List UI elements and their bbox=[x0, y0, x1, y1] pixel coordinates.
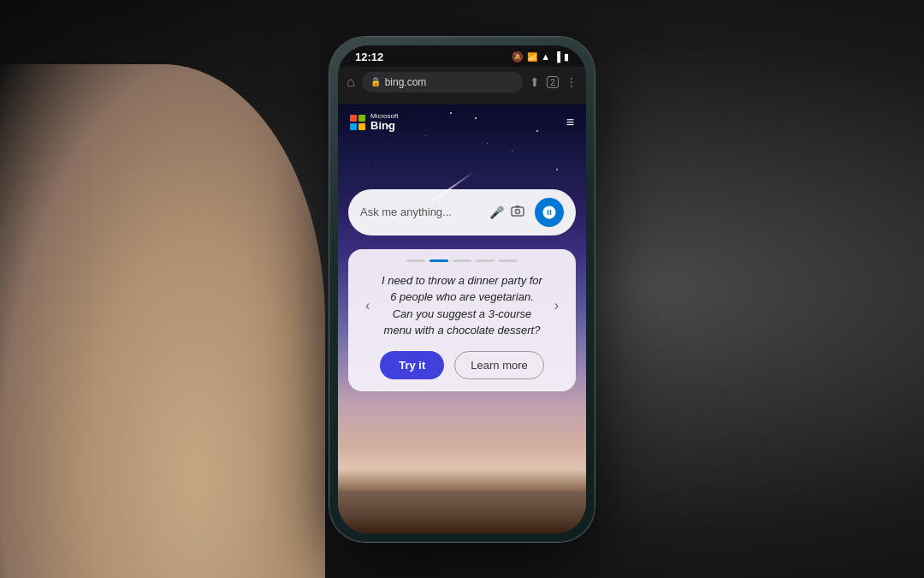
dot-4 bbox=[476, 259, 495, 262]
prev-arrow[interactable]: ‹ bbox=[362, 295, 373, 317]
card-navigation: ‹ I need to throw a dinner party for 6 p… bbox=[362, 272, 562, 339]
browser-top-bar: ⌂ 🔒 bing.com ⬆ 2 ⋮ bbox=[346, 72, 578, 92]
lock-icon: 🔒 bbox=[370, 77, 381, 86]
browser-actions: ⬆ 2 ⋮ bbox=[530, 75, 578, 89]
dot-1 bbox=[406, 259, 425, 262]
hand-background bbox=[0, 64, 325, 578]
camera-notch bbox=[453, 45, 471, 64]
card-buttons: Try it Learn more bbox=[362, 351, 562, 379]
hamburger-menu-icon[interactable]: ≡ bbox=[566, 115, 574, 130]
ms-red-square bbox=[350, 115, 357, 122]
bing-chat-button[interactable] bbox=[535, 198, 564, 227]
phone-device: 12:12 🔕 📶 ▲ ▐ ▮ ⌂ 🔒 bing.com bbox=[329, 37, 595, 542]
dot-3 bbox=[453, 259, 471, 262]
dot-5 bbox=[499, 259, 518, 262]
camera-search-icon[interactable] bbox=[511, 205, 524, 219]
ms-yellow-square bbox=[358, 123, 365, 130]
signal-icon: ▐ bbox=[554, 51, 560, 62]
search-bar[interactable]: Ask me anything... 🎤 bbox=[348, 189, 576, 235]
card-suggestion-text: I need to throw a dinner party for 6 peo… bbox=[380, 272, 543, 339]
next-arrow[interactable]: › bbox=[551, 295, 562, 317]
bing-label: Bing bbox=[370, 120, 398, 132]
bluetooth-icon: 📶 bbox=[527, 52, 537, 62]
url-text: bing.com bbox=[385, 76, 514, 88]
try-it-button[interactable]: Try it bbox=[380, 351, 444, 379]
card-dots bbox=[362, 259, 562, 262]
landscape-background bbox=[338, 491, 586, 533]
dot-2-active bbox=[429, 259, 448, 262]
svg-point-1 bbox=[516, 210, 520, 214]
browser-chrome: ⌂ 🔒 bing.com ⬆ 2 ⋮ bbox=[338, 67, 586, 104]
mute-icon: 🔕 bbox=[512, 51, 524, 63]
wifi-icon: ▲ bbox=[541, 51, 550, 62]
microsoft-bing-logo: Microsoft Bing bbox=[350, 113, 398, 133]
status-icons: 🔕 📶 ▲ ▐ ▮ bbox=[512, 51, 569, 63]
scene: 12:12 🔕 📶 ▲ ▐ ▮ ⌂ 🔒 bing.com bbox=[0, 0, 924, 578]
bing-header: Microsoft Bing ≡ bbox=[338, 104, 586, 138]
microphone-icon[interactable]: 🎤 bbox=[489, 206, 504, 219]
share-icon[interactable]: ⬆ bbox=[530, 75, 540, 89]
svg-rect-2 bbox=[516, 206, 520, 207]
address-bar[interactable]: 🔒 bing.com bbox=[362, 72, 523, 92]
suggestion-card: ‹ I need to throw a dinner party for 6 p… bbox=[348, 249, 576, 391]
ms-blue-square bbox=[350, 123, 357, 130]
search-area: Ask me anything... 🎤 bbox=[348, 189, 576, 235]
bing-logo-text: Microsoft Bing bbox=[370, 113, 398, 133]
svg-rect-0 bbox=[512, 207, 524, 216]
search-placeholder: Ask me anything... bbox=[360, 206, 483, 218]
ms-green-square bbox=[358, 115, 365, 122]
learn-more-button[interactable]: Learn more bbox=[454, 351, 543, 379]
tab-count[interactable]: 2 bbox=[547, 76, 559, 88]
battery-icon: ▮ bbox=[564, 51, 569, 63]
microsoft-logo bbox=[350, 115, 365, 130]
more-icon[interactable]: ⋮ bbox=[566, 75, 578, 89]
status-time: 12:12 bbox=[355, 51, 383, 63]
phone-screen: 12:12 🔕 📶 ▲ ▐ ▮ ⌂ 🔒 bing.com bbox=[338, 45, 586, 533]
bing-content: Microsoft Bing ≡ Ask me anything... 🎤 bbox=[338, 104, 586, 533]
home-icon[interactable]: ⌂ bbox=[346, 74, 355, 90]
